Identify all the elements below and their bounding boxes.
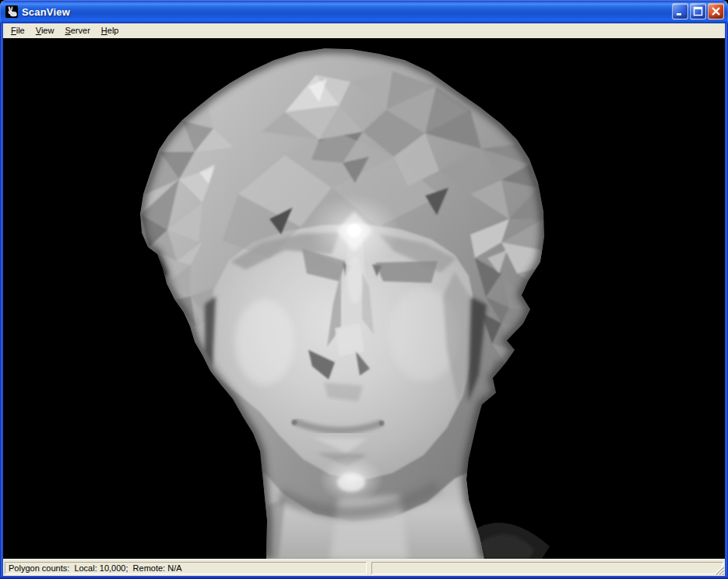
minimize-icon bbox=[675, 6, 685, 16]
menu-view-accel: V bbox=[36, 26, 41, 35]
menu-file[interactable]: File bbox=[5, 24, 30, 37]
window-controls bbox=[672, 3, 724, 19]
window-border-right bbox=[725, 23, 728, 576]
window-title: ScanView bbox=[22, 6, 70, 18]
close-icon bbox=[711, 6, 721, 16]
maximize-icon bbox=[693, 6, 703, 16]
render-canvas[interactable] bbox=[3, 38, 725, 559]
minimize-button[interactable] bbox=[672, 3, 688, 19]
app-window: ScanView File View Server Help bbox=[0, 0, 728, 579]
menu-file-accel: F bbox=[11, 26, 16, 35]
bunny-app-icon bbox=[5, 5, 18, 18]
title-bar[interactable]: ScanView bbox=[0, 0, 728, 23]
menu-server-accel: S bbox=[65, 26, 70, 35]
status-bar: Polygon counts: Local: 10,000; Remote: N… bbox=[3, 559, 725, 576]
menu-server[interactable]: Server bbox=[59, 24, 95, 37]
david-head-model bbox=[3, 38, 725, 559]
window-border-bottom bbox=[0, 576, 728, 579]
head-group bbox=[140, 48, 544, 559]
status-polygon-counts-text: Polygon counts: Local: 10,000; Remote: N… bbox=[9, 563, 182, 573]
status-polygon-counts: Polygon counts: Local: 10,000; Remote: N… bbox=[5, 562, 367, 574]
menu-help-rest: elp bbox=[107, 26, 119, 35]
menu-view[interactable]: View bbox=[30, 24, 60, 37]
menu-help-accel: H bbox=[101, 26, 107, 35]
menu-server-rest: erver bbox=[71, 26, 90, 35]
menu-file-rest: ile bbox=[16, 26, 25, 35]
menu-bar: File View Server Help bbox=[3, 23, 725, 38]
menu-help[interactable]: Help bbox=[96, 24, 125, 37]
resize-grip[interactable] bbox=[714, 565, 724, 575]
menu-view-rest: iew bbox=[41, 26, 55, 35]
status-secondary-pane bbox=[371, 562, 723, 574]
maximize-button[interactable] bbox=[690, 3, 706, 19]
close-button[interactable] bbox=[708, 3, 724, 19]
